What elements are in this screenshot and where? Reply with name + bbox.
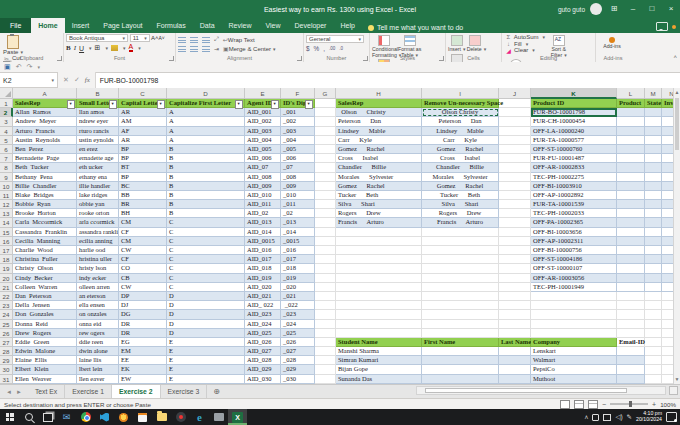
cell-N5[interactable] bbox=[662, 136, 673, 145]
cell-E18[interactable]: AID_017 bbox=[245, 255, 281, 264]
cell-E4[interactable]: AID_003 bbox=[245, 127, 281, 136]
cell-K1[interactable]: Product ID bbox=[531, 99, 617, 108]
percent-format-icon[interactable]: % bbox=[314, 45, 320, 52]
cell-C18[interactable]: CF bbox=[119, 255, 167, 264]
merge-center-button[interactable]: ▣Merge & Center▾ bbox=[223, 45, 276, 52]
cell-M6[interactable] bbox=[645, 145, 662, 154]
cell-C17[interactable]: CW bbox=[119, 246, 167, 255]
cell-I8[interactable]: Chandler Billie bbox=[422, 163, 499, 172]
cell-G21[interactable] bbox=[315, 283, 336, 292]
cell-J10[interactable] bbox=[499, 182, 531, 191]
customize-qat-icon[interactable]: ▾ bbox=[37, 62, 40, 72]
vertical-scroll-thumb[interactable] bbox=[675, 98, 679, 150]
cell-G18[interactable] bbox=[315, 255, 336, 264]
cell-L26[interactable] bbox=[617, 329, 645, 338]
cell-L18[interactable] bbox=[617, 255, 645, 264]
cell-K30[interactable]: PepsiCo bbox=[531, 365, 617, 374]
cell-H23[interactable] bbox=[336, 301, 422, 310]
cell-H26[interactable] bbox=[336, 329, 422, 338]
cell-C9[interactable]: BP bbox=[119, 173, 167, 182]
horizontal-scrollbar[interactable] bbox=[416, 386, 666, 395]
cell-D8[interactable]: B bbox=[167, 163, 245, 172]
cell-H9[interactable]: Morales Sylvester bbox=[336, 173, 422, 182]
cell-I17[interactable] bbox=[422, 246, 499, 255]
accounting-format-icon[interactable]: $ bbox=[306, 45, 310, 52]
cell-B10[interactable]: illie handler bbox=[77, 182, 119, 191]
cell-H30[interactable]: Bijan Gope bbox=[336, 365, 422, 374]
cell-M29[interactable] bbox=[645, 356, 662, 365]
cell-I26[interactable] bbox=[422, 329, 499, 338]
cell-J29[interactable] bbox=[499, 356, 531, 365]
cell-L11[interactable] bbox=[617, 191, 645, 200]
cell-F23[interactable]: _022 bbox=[281, 301, 315, 310]
cell-G1[interactable] bbox=[315, 99, 336, 108]
cell-J24[interactable] bbox=[499, 310, 531, 319]
cell-J18[interactable] bbox=[499, 255, 531, 264]
cell-J13[interactable] bbox=[499, 209, 531, 218]
cell-K15[interactable]: OFF-BI-10003656 bbox=[531, 228, 617, 237]
row-header-12[interactable]: 12 bbox=[0, 200, 13, 209]
page-break-view-icon[interactable] bbox=[588, 400, 598, 409]
cell-L24[interactable] bbox=[617, 310, 645, 319]
cell-M30[interactable] bbox=[645, 365, 662, 374]
cell-K22[interactable] bbox=[531, 292, 617, 301]
addins-button[interactable]: Add-ins bbox=[598, 34, 626, 50]
cell-I10[interactable]: Gomez Rachel bbox=[422, 182, 499, 191]
cell-J30[interactable] bbox=[499, 365, 531, 374]
cell-C15[interactable]: CF bbox=[119, 228, 167, 237]
insert-cells-button[interactable]: Insert▾ bbox=[448, 34, 465, 53]
cell-H2[interactable]: Olson Christy bbox=[336, 108, 422, 117]
cell-L25[interactable] bbox=[617, 320, 645, 329]
cell-J17[interactable] bbox=[499, 246, 531, 255]
cell-J14[interactable] bbox=[499, 218, 531, 227]
cell-N14[interactable] bbox=[662, 218, 673, 227]
cell-I21[interactable] bbox=[422, 283, 499, 292]
cell-F15[interactable]: _014 bbox=[281, 228, 315, 237]
cell-G23[interactable] bbox=[315, 301, 336, 310]
horizontal-scroll-thumb[interactable] bbox=[425, 388, 627, 393]
cell-K9[interactable]: TEC-PH-10002275 bbox=[531, 173, 617, 182]
bold-icon[interactable]: B bbox=[66, 44, 71, 52]
cell-N27[interactable] bbox=[662, 338, 673, 347]
cell-K10[interactable]: OFF-BI-10003910 bbox=[531, 182, 617, 191]
cell-F19[interactable]: _018 bbox=[281, 264, 315, 273]
cell-A4[interactable]: Arturo Francis bbox=[13, 127, 77, 136]
orientation-icon[interactable]: ⤢ bbox=[214, 36, 219, 43]
cell-M20[interactable] bbox=[645, 274, 662, 283]
row-header-19[interactable]: 19 bbox=[0, 264, 13, 273]
cell-D27[interactable]: E bbox=[167, 338, 245, 347]
col-header-B[interactable]: B bbox=[77, 88, 119, 99]
cell-I28[interactable] bbox=[422, 347, 499, 356]
row-header-21[interactable]: 21 bbox=[0, 283, 13, 292]
cell-J16[interactable] bbox=[499, 237, 531, 246]
delete-cells-button[interactable]: Delete▾ bbox=[467, 34, 484, 53]
cell-M24[interactable] bbox=[645, 310, 662, 319]
cell-D22[interactable]: D bbox=[167, 292, 245, 301]
cell-G29[interactable] bbox=[315, 356, 336, 365]
scroll-up-icon[interactable]: ▲ bbox=[674, 88, 680, 97]
cell-G2[interactable] bbox=[315, 108, 336, 117]
cell-K20[interactable]: OFF-AR-10003056 bbox=[531, 274, 617, 283]
cell-C31[interactable]: EW bbox=[119, 375, 167, 384]
row-header-10[interactable]: 10 bbox=[0, 182, 13, 191]
undo-icon[interactable]: ↶ bbox=[16, 62, 22, 72]
cell-N18[interactable] bbox=[662, 255, 673, 264]
row-header-8[interactable]: 8 bbox=[0, 163, 13, 172]
cell-A1[interactable]: SalesRep▾ bbox=[13, 99, 77, 108]
alignment-dialog-launcher[interactable] bbox=[297, 56, 302, 61]
row-header-6[interactable]: 6 bbox=[0, 145, 13, 154]
row-header-4[interactable]: 4 bbox=[0, 127, 13, 136]
row-header-1[interactable]: 1 bbox=[0, 99, 13, 108]
paste-button[interactable]: Paste▾ bbox=[2, 34, 24, 55]
cell-B4[interactable]: rturo rancis bbox=[77, 127, 119, 136]
cell-M14[interactable] bbox=[645, 218, 662, 227]
cell-N3[interactable] bbox=[662, 117, 673, 126]
cell-D3[interactable]: A bbox=[167, 117, 245, 126]
fill-color-icon[interactable] bbox=[111, 45, 118, 51]
edge-icon[interactable]: e bbox=[190, 409, 209, 425]
cell-J26[interactable] bbox=[499, 329, 531, 338]
cell-I6[interactable]: Gomez Rachel bbox=[422, 145, 499, 154]
cell-B11[interactable]: lake ridges bbox=[77, 191, 119, 200]
cell-M21[interactable] bbox=[645, 283, 662, 292]
sheet-nav-left-icon[interactable]: ◄ bbox=[6, 389, 12, 395]
